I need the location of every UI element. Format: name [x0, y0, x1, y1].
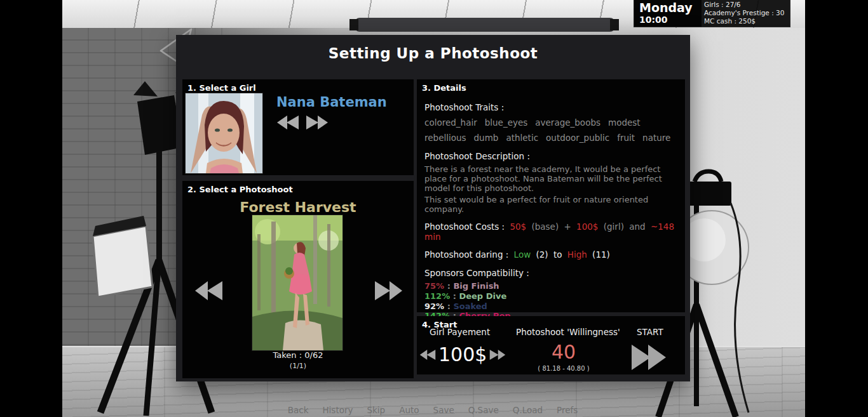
quick-menu-skip[interactable]: Skip [367, 405, 385, 415]
daring-to: to [553, 249, 562, 260]
select-girl-box: 1. Select a Girl Nana Bateman [182, 79, 414, 175]
sponsor-percent: 112% [424, 291, 450, 301]
payment-label: Girl Payement [430, 327, 490, 337]
select-photoshoot-header: 2. Select a Photoshoot [182, 181, 414, 195]
description-text-2: This set would be a perfect for fruit or… [424, 195, 677, 214]
willingness-value: 40 [516, 342, 611, 362]
quick-menu-prefs[interactable]: Prefs [557, 405, 578, 415]
cost-girl-note: (girl) [604, 222, 624, 232]
girl-portrait [185, 93, 263, 174]
trait: rebellious [424, 133, 466, 143]
hud-time: 10:00 [639, 15, 702, 25]
trait: blue_eyes [485, 117, 528, 128]
cost-plus: + [564, 222, 571, 232]
select-photoshoot-box: 2. Select a Photoshoot Forest Harvest [182, 181, 414, 378]
sponsor-separator: : [450, 291, 459, 301]
sponsor-name: Soaked [453, 301, 487, 311]
photoshoot-prev-button[interactable] [194, 280, 223, 301]
trait: dumb [474, 133, 499, 143]
hud-prestige: Academy's Prestige : 30 [704, 9, 787, 17]
cost-value: 100$ [576, 222, 598, 232]
description-label: Photoshoot Description : [424, 151, 677, 161]
quick-menu-qsave[interactable]: Q.Save [468, 405, 499, 415]
trait: fruit [617, 133, 635, 143]
trait: outdoor_public [546, 133, 609, 143]
quick-menu-qload[interactable]: Q.Load [513, 405, 543, 415]
photoshoot-page-indicator: (1/1) [182, 362, 414, 370]
sponsors-label: Sponsors Compatibility : [424, 268, 677, 278]
daring-low-word: Low [514, 249, 531, 260]
quick-menu: BackHistorySkipAutoSaveQ.SaveQ.LoadPrefs [288, 405, 578, 415]
sponsor-name: Big Finish [453, 281, 499, 291]
sponsor-row: 75% : Big Finish [424, 281, 677, 291]
sponsor-row: 92% : Soaked [424, 301, 677, 312]
girl-name: Nana Bateman [276, 95, 387, 110]
daring-high-word: High [567, 249, 587, 260]
daring-high-value: (11) [592, 249, 610, 260]
photoshoot-next-button[interactable] [374, 280, 403, 301]
payment-control: 100$ [419, 345, 506, 365]
photoshoot-setup-panel: Setting Up a Photoshoot 1. Select a Girl… [176, 35, 690, 381]
details-box: 3. Details Photoshoot Traits : colored_h… [417, 79, 685, 312]
traits-label: Photoshoot Traits : [424, 102, 677, 112]
cost-and: and [629, 222, 645, 232]
trait: athletic [506, 133, 538, 143]
trait: colored_hair [424, 117, 477, 128]
photoshoot-taken-count: Taken : 0/62 [182, 350, 414, 360]
select-girl-header: 1. Select a Girl [182, 79, 414, 94]
payment-increase-button[interactable] [489, 349, 506, 361]
trait: nature [642, 133, 670, 143]
sponsor-percent: 92% [424, 301, 444, 311]
willingness-range: ( 81.18 - 40.80 ) [516, 365, 611, 372]
photoshoot-photo [252, 215, 343, 351]
daring-line: Photoshoot daring : Low (2) to High (11) [424, 249, 677, 260]
panel-title: Setting Up a Photoshoot [176, 45, 690, 62]
sponsor-row: 112% : Deep Dive [424, 291, 677, 301]
start-label: START [637, 327, 663, 337]
sponsor-separator: : [444, 301, 453, 311]
quick-menu-history[interactable]: History [322, 405, 353, 415]
sponsor-name: Deep Dive [459, 291, 506, 301]
girl-arrows [276, 115, 329, 130]
details-header: 3. Details [417, 79, 685, 94]
sponsor-separator: : [444, 281, 453, 291]
girl-prev-button[interactable] [276, 115, 299, 130]
costs-label: Photoshoot Costs : [424, 222, 505, 232]
description-text-1: There is a forest near the academy, It w… [424, 164, 677, 193]
cost-value: 50$ [510, 222, 526, 232]
girl-next-button[interactable] [306, 115, 329, 130]
hud-day: Monday [639, 1, 702, 15]
quick-menu-back[interactable]: Back [288, 405, 309, 415]
photoshoot-name: Forest Harvest [182, 199, 414, 215]
willingness-label: Photoshoot 'Willingness' [516, 327, 620, 337]
sponsor-percent: 75% [424, 281, 444, 291]
payment-decrease-button[interactable] [419, 349, 436, 361]
daring-label: Photoshoot daring : [424, 249, 508, 260]
hud-datetime: Monday 10:00 [634, 0, 702, 27]
hud-girls: Girls : 27/6 [704, 1, 787, 9]
costs-line: Photoshoot Costs : 50$ (base) + 100$ (gi… [424, 222, 677, 242]
trait: modest [608, 117, 641, 128]
game-screen: Monday 10:00 Girls : 27/6 Academy's Pres… [0, 0, 868, 417]
start-box: 4. Start Girl Payement Photoshoot 'Willi… [417, 316, 685, 374]
traits-list: colored_hairblue_eyesaverage_boobsmodest… [424, 117, 679, 143]
quick-menu-auto[interactable]: Auto [399, 405, 419, 415]
hud-stats: Girls : 27/6 Academy's Prestige : 30 MC … [702, 0, 790, 27]
daring-low-value: (2) [536, 249, 548, 260]
cost-base-note: (base) [531, 222, 559, 232]
payment-value: 100$ [438, 345, 487, 365]
quick-menu-save[interactable]: Save [433, 405, 454, 415]
hud: Monday 10:00 Girls : 27/6 Academy's Pres… [634, 0, 790, 27]
hud-cash: MC cash : 250$ [704, 17, 787, 25]
start-button[interactable] [630, 343, 670, 371]
trait: average_boobs [535, 117, 600, 128]
